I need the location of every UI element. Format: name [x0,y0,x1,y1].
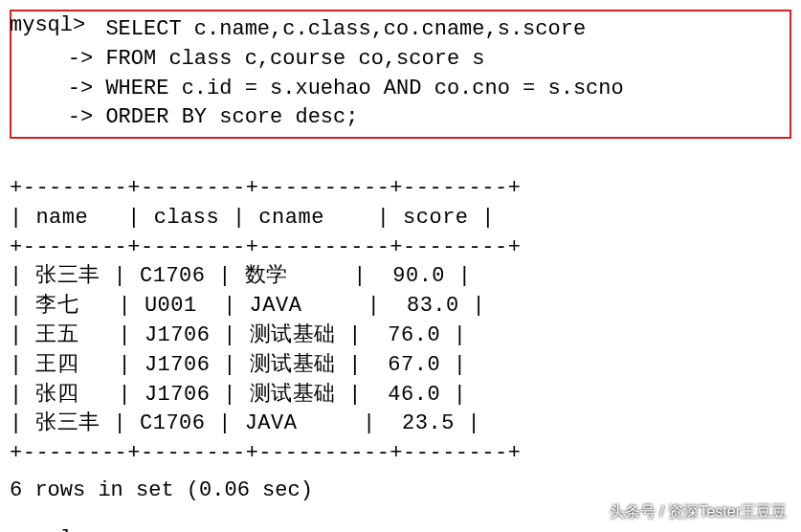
table-header: | name | class | cname | score | [10,206,495,230]
table-row: | 张三丰 | C1706 | JAVA | 23.5 | [10,411,480,435]
table-border-top: +--------+--------+----------+--------+ [10,176,521,200]
sql-query-highlight-box: SELECT c.name,c.class,co.cname,s.score -… [10,10,791,139]
table-row: | 王五 | J1706 | 测试基础 | 76.0 | [10,323,467,347]
watermark: 头条号 / 资深Tester王豆豆 [610,502,787,522]
mysql-prompt: mysql> [10,13,85,37]
table-row: | 张三丰 | C1706 | 数学 | 90.0 | [10,264,471,288]
query-line-4: -> ORDER BY score desc; [17,103,784,133]
continuation-arrow: -> [68,47,106,71]
query-text-1: SELECT c.name,c.class,co.cname,s.score [105,17,586,41]
result-table: +--------+--------+----------+--------+ … [10,144,791,469]
query-text-3: WHERE c.id = s.xuehao AND co.cno = s.scn… [105,77,623,100]
query-line-1: SELECT c.name,c.class,co.cname,s.score [17,15,784,45]
query-line-3: -> WHERE c.id = s.xuehao AND co.cno = s.… [17,75,784,104]
continuation-arrow: -> [68,77,106,100]
query-text-2: FROM class c,course co,score s [105,47,484,71]
continuation-arrow: -> [68,105,106,129]
query-line-2: -> FROM class c,course co,score s [17,45,784,75]
query-text-4: ORDER BY score desc; [105,105,358,129]
table-border-mid: +--------+--------+----------+--------+ [10,235,521,259]
table-row: | 李七 | U001 | JAVA | 83.0 | [10,294,485,318]
table-row: | 王四 | J1706 | 测试基础 | 67.0 | [10,353,467,377]
mysql-prompt-bottom[interactable]: mysql> [10,525,791,532]
table-border-bot: +--------+--------+----------+--------+ [10,441,521,465]
table-row: | 张四 | J1706 | 测试基础 | 46.0 | [10,383,467,407]
